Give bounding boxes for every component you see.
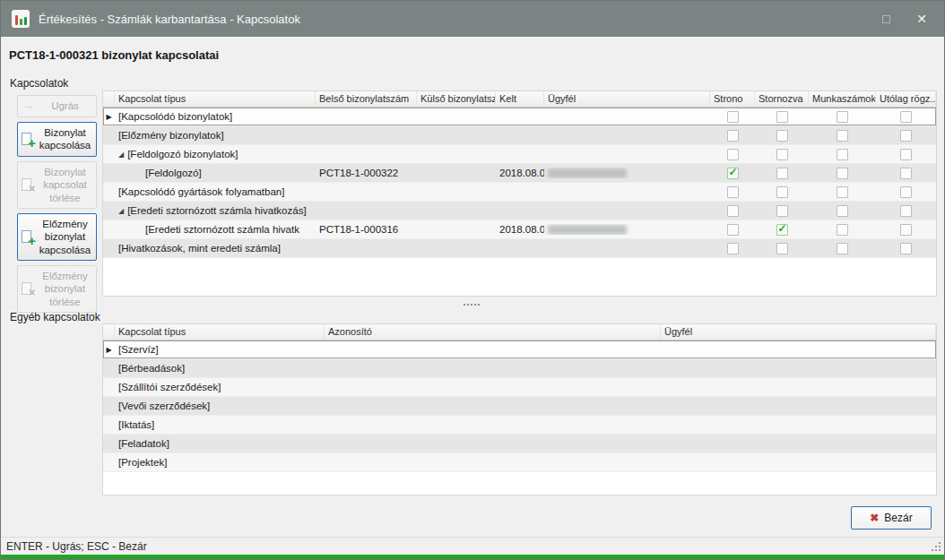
cell-stornozva <box>755 224 809 236</box>
strono-checkbox[interactable] <box>727 168 739 179</box>
cell-ugyfel <box>544 224 710 235</box>
strono-checkbox[interactable] <box>727 186 739 198</box>
column-header-belso-bizonylatszam[interactable]: Belső bizonylatszám <box>316 91 417 107</box>
splitter[interactable] <box>1 297 944 312</box>
stornozva-checkbox[interactable] <box>776 149 788 160</box>
column-header-ugyfel[interactable]: Ügyfél <box>661 324 936 340</box>
stornozva-checkbox[interactable] <box>776 111 788 123</box>
cell-kapcsolat-tipus: [Iktatás] <box>115 419 325 430</box>
other-grid-row[interactable]: [Feladatok] <box>103 435 936 453</box>
column-header-munkaszamok[interactable]: Munkaszámok <box>809 91 876 107</box>
utolag-rogz-checkbox[interactable] <box>900 130 912 142</box>
main-grid-rows: ▶[Kapcsolódó bizonylatok][Előzmény bizon… <box>103 108 936 258</box>
column-header-stornozva[interactable]: Stornozva <box>755 91 809 107</box>
sidebar-button-bizonylat-kapcsolasa[interactable]: Bizonylat kapcsolása <box>17 122 97 157</box>
bezar-button[interactable]: ✖ Bezár <box>851 506 932 530</box>
sidebar-button-elozmeny-bizonylat-kapcsolasa[interactable]: Előzmény bizonylat kapcsolása <box>17 213 97 261</box>
maximize-button[interactable] <box>874 9 897 29</box>
other-grid-row[interactable]: [Projektek] <box>103 453 936 472</box>
cell-kapcsolat-tipus: [Feldolgozó] <box>115 168 316 178</box>
main-grid-row[interactable]: ◢[Eredeti sztornózott számla hivatkozás] <box>103 202 936 220</box>
munkaszamok-checkbox[interactable] <box>837 130 848 142</box>
munkaszamok-checkbox[interactable] <box>837 224 848 236</box>
strono-checkbox[interactable] <box>727 149 739 160</box>
main-grid-row[interactable]: [Eredeti sztornózott számla hivatkPCT18-… <box>103 220 936 239</box>
utolag-rogz-checkbox[interactable] <box>900 243 912 254</box>
strono-checkbox[interactable] <box>727 243 739 254</box>
expand-collapse-icon[interactable]: ◢ <box>118 207 124 215</box>
main-grid-row[interactable]: ▶[Kapcsolódó bizonylatok] <box>103 108 936 126</box>
stornozva-checkbox[interactable] <box>776 168 788 179</box>
column-header-utolag-rogz[interactable]: Utólag rögz... <box>876 91 936 107</box>
utolag-rogz-checkbox[interactable] <box>900 186 912 198</box>
resize-grip[interactable] <box>932 542 941 551</box>
cell-strono <box>710 168 755 179</box>
column-header-kapcsolat-tipus[interactable]: Kapcsolat típus <box>115 91 316 107</box>
link-delete-icon <box>21 178 34 192</box>
other-grid-row[interactable]: [Bérbeadások] <box>103 359 936 378</box>
strono-checkbox[interactable] <box>727 205 739 217</box>
stornozva-checkbox[interactable] <box>776 224 788 236</box>
main-grid: Kapcsolat típusBelső bizonylatszámKülső … <box>102 90 937 297</box>
cell-munkaszamok <box>809 130 876 142</box>
cell-stornozva <box>755 149 809 160</box>
kapcsolat-tipus-text: [Feldolgozó] <box>145 168 202 178</box>
other-grid: Kapcsolat típusAzonosítóÜgyfél ▶[Szervíz… <box>102 323 937 495</box>
kapcsolat-tipus-text: [Kapcsolódó gyártások folyamatban] <box>118 186 284 197</box>
cell-munkaszamok <box>809 111 876 123</box>
column-header-strono[interactable]: Strono <box>710 91 755 107</box>
main-grid-row[interactable]: [Hivatkozások, mint eredeti számla] <box>103 239 936 258</box>
cell-munkaszamok <box>809 186 876 198</box>
stornozva-checkbox[interactable] <box>776 205 788 217</box>
column-header-azonosito[interactable]: Azonosító <box>325 324 661 340</box>
kapcsolat-tipus-text: [Hivatkozások, mint eredeti számla] <box>118 243 281 254</box>
munkaszamok-checkbox[interactable] <box>837 205 848 217</box>
main-grid-row[interactable]: [Kapcsolódó gyártások folyamatban] <box>103 183 936 202</box>
utolag-rogz-checkbox[interactable] <box>900 149 912 160</box>
column-header-kapcsolat-tipus[interactable]: Kapcsolat típus <box>115 324 325 340</box>
cell-kelt: 2018.08.09. <box>496 168 544 178</box>
other-grid-row[interactable]: [Iktatás] <box>103 416 936 435</box>
bottom-green-strip <box>1 555 944 559</box>
main-grid-row[interactable]: [Feldolgozó]PCT18-1-0003222018.08.09. <box>103 164 936 183</box>
munkaszamok-checkbox[interactable] <box>837 111 848 123</box>
stornozva-checkbox[interactable] <box>776 130 788 142</box>
utolag-rogz-checkbox[interactable] <box>900 111 912 123</box>
munkaszamok-checkbox[interactable] <box>837 186 848 198</box>
utolag-rogz-checkbox[interactable] <box>900 168 912 179</box>
cell-belso-bizonylatszam: PCT18-1-000316 <box>316 224 417 235</box>
cell-kapcsolat-tipus: [Hivatkozások, mint eredeti számla] <box>115 243 316 254</box>
cell-kapcsolat-tipus: ◢[Feldolgozó bizonylatok] <box>115 149 316 159</box>
column-header-kelt[interactable]: Kelt <box>496 91 544 107</box>
munkaszamok-checkbox[interactable] <box>837 149 848 160</box>
window-title: Értékesítés - Számlák karbantartása - Ka… <box>39 13 300 26</box>
cell-kapcsolat-tipus: [Szervíz] <box>115 344 325 355</box>
utolag-rogz-checkbox[interactable] <box>900 224 912 236</box>
app-window: Értékesítés - Számlák karbantartása - Ka… <box>0 0 945 560</box>
column-header-kulso-bizonylatszam[interactable]: Külső bizonylatszám <box>417 91 496 107</box>
stornozva-checkbox[interactable] <box>776 186 788 198</box>
cell-kapcsolat-tipus: [Projektek] <box>115 457 325 468</box>
stornozva-checkbox[interactable] <box>776 243 788 254</box>
strono-checkbox[interactable] <box>727 111 739 123</box>
titlebar: Értékesítés - Számlák karbantartása - Ka… <box>1 1 944 37</box>
expand-collapse-icon[interactable]: ◢ <box>118 151 124 159</box>
close-window-button[interactable]: ✕ <box>910 9 933 29</box>
cell-kapcsolat-tipus: [Vevői szerződések] <box>115 401 325 411</box>
strono-checkbox[interactable] <box>727 224 739 236</box>
strono-checkbox[interactable] <box>727 130 739 142</box>
munkaszamok-checkbox[interactable] <box>837 168 848 179</box>
column-header-ugyfel[interactable]: Ügyfél <box>544 91 710 107</box>
other-grid-row[interactable]: ▶[Szervíz] <box>103 340 936 359</box>
main-grid-row[interactable]: [Előzmény bizonylatok] <box>103 126 936 145</box>
other-grid-row[interactable]: [Vevői szerződések] <box>103 397 936 416</box>
other-grid-row[interactable]: [Szállítói szerződések] <box>103 378 936 397</box>
munkaszamok-checkbox[interactable] <box>837 243 848 254</box>
utolag-rogz-checkbox[interactable] <box>900 205 912 217</box>
indicator-column-header <box>103 324 115 340</box>
cell-munkaszamok <box>809 205 876 217</box>
sidebar-button-label: Bizonylat kapcsolat törlése <box>37 166 93 204</box>
maximize-icon <box>882 15 890 23</box>
cell-utolag-rogz <box>876 168 936 179</box>
main-grid-row[interactable]: ◢[Feldolgozó bizonylatok] <box>103 145 936 164</box>
